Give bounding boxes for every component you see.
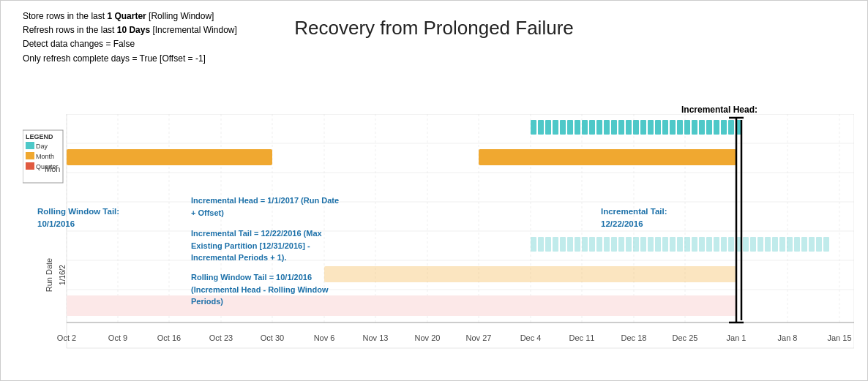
svg-rect-72 [553, 237, 558, 252]
rolling-tail-annotation: Rolling Window Tail: 10/1/2016 [37, 205, 119, 231]
svg-rect-35 [611, 120, 617, 135]
svg-rect-104 [787, 237, 793, 252]
svg-rect-101 [765, 237, 771, 252]
svg-rect-37 [626, 120, 632, 135]
svg-rect-24 [531, 120, 536, 135]
svg-rect-38 [633, 120, 639, 135]
svg-rect-88 [670, 237, 676, 252]
svg-rect-92 [699, 237, 705, 252]
svg-rect-84 [640, 237, 646, 252]
svg-text:Dec 25: Dec 25 [673, 333, 698, 342]
svg-text:Oct 16: Oct 16 [157, 333, 181, 342]
day-tiles-top [531, 120, 741, 135]
svg-rect-93 [706, 237, 712, 252]
svg-rect-36 [618, 120, 624, 135]
run-date-value: 1/16/2 [59, 265, 67, 285]
svg-rect-76 [582, 237, 588, 252]
svg-rect-41 [655, 120, 661, 135]
svg-rect-87 [662, 237, 668, 252]
svg-text:Dec 18: Dec 18 [621, 333, 647, 342]
svg-rect-48 [706, 120, 712, 135]
svg-rect-109 [823, 237, 829, 252]
month-bar-1 [67, 149, 272, 165]
svg-rect-40 [648, 120, 654, 135]
svg-rect-74 [567, 237, 573, 252]
svg-text:Jan 8: Jan 8 [778, 333, 798, 342]
svg-text:Oct 23: Oct 23 [209, 333, 233, 342]
svg-rect-79 [604, 237, 610, 252]
rolling-window-bg [67, 295, 736, 316]
svg-rect-70 [538, 237, 544, 252]
svg-rect-77 [589, 237, 595, 252]
page-title: Recovery from Prolonged Failure [1, 17, 867, 39]
svg-text:Nov 6: Nov 6 [314, 333, 335, 342]
legend-month-label: Month [36, 153, 54, 160]
svg-rect-86 [655, 237, 661, 252]
svg-rect-102 [772, 237, 778, 252]
svg-rect-90 [684, 237, 690, 252]
chart-svg: // We'll draw these in the SVG directly [23, 114, 854, 370]
legend-day-label: Day [36, 143, 48, 150]
incremental-tail-eq-annotation: Incremental Tail = 12/22/2016 (Max Exist… [191, 227, 352, 264]
svg-text:Nov 27: Nov 27 [466, 333, 492, 342]
info-line4: Only refresh complete days = True [Offse… [23, 52, 237, 66]
legend-day-color [26, 142, 34, 149]
svg-rect-81 [618, 237, 624, 252]
svg-rect-95 [721, 237, 727, 252]
svg-rect-85 [648, 237, 654, 252]
svg-rect-107 [809, 237, 815, 252]
svg-rect-83 [633, 237, 639, 252]
svg-rect-29 [567, 120, 573, 135]
svg-text:Jan 1: Jan 1 [727, 333, 747, 342]
svg-rect-51 [728, 120, 734, 135]
svg-rect-50 [721, 120, 727, 135]
svg-text:Jan 15: Jan 15 [827, 333, 851, 342]
svg-rect-80 [611, 237, 617, 252]
svg-rect-30 [575, 120, 580, 135]
svg-text:Oct 2: Oct 2 [57, 333, 76, 342]
svg-text:Oct 9: Oct 9 [108, 333, 127, 342]
svg-text:Oct 30: Oct 30 [261, 333, 284, 342]
svg-rect-73 [560, 237, 566, 252]
svg-text:Dec 11: Dec 11 [569, 333, 595, 342]
svg-rect-25 [538, 120, 544, 135]
svg-text:Nov 13: Nov 13 [363, 333, 389, 342]
svg-rect-75 [575, 237, 580, 252]
svg-rect-26 [545, 120, 551, 135]
rolling-tail-eq-annotation: Rolling Window Tail = 10/1/2016 (Increme… [191, 271, 352, 308]
legend-title: LEGEND [26, 133, 53, 140]
svg-rect-98 [743, 237, 749, 252]
svg-rect-78 [596, 237, 602, 252]
incremental-head-eq-annotation: Incremental Head = 1/1/2017 (Run Date + … [191, 195, 345, 219]
legend-quarter-color [26, 162, 34, 170]
svg-rect-100 [757, 237, 763, 252]
svg-rect-27 [553, 120, 558, 135]
svg-rect-91 [692, 237, 697, 252]
svg-rect-33 [596, 120, 602, 135]
svg-rect-71 [545, 237, 551, 252]
svg-rect-103 [779, 237, 785, 252]
svg-rect-47 [699, 120, 705, 135]
svg-rect-105 [794, 237, 800, 252]
month-bar-2 [479, 149, 736, 165]
main-container: Store rows in the last 1 Quarter [Rollin… [0, 0, 868, 381]
svg-rect-39 [640, 120, 646, 135]
svg-rect-44 [677, 120, 683, 135]
svg-text:Dec 4: Dec 4 [520, 333, 542, 342]
svg-rect-108 [816, 237, 822, 252]
svg-rect-99 [750, 237, 756, 252]
svg-rect-69 [531, 237, 536, 252]
svg-rect-32 [589, 120, 595, 135]
month-bar-bottom-faded [324, 266, 736, 282]
info-line3: Detect data changes = False [23, 37, 237, 51]
svg-text:Nov 20: Nov 20 [415, 333, 441, 342]
svg-rect-46 [692, 120, 697, 135]
svg-rect-43 [670, 120, 676, 135]
svg-rect-96 [728, 237, 734, 252]
mon-label: Mon [45, 165, 60, 173]
svg-rect-49 [714, 120, 719, 135]
svg-rect-28 [560, 120, 566, 135]
svg-rect-31 [582, 120, 588, 135]
svg-rect-42 [662, 120, 668, 135]
incremental-tail-annotation: Incremental Tail: 12/22/2016 [601, 205, 667, 231]
